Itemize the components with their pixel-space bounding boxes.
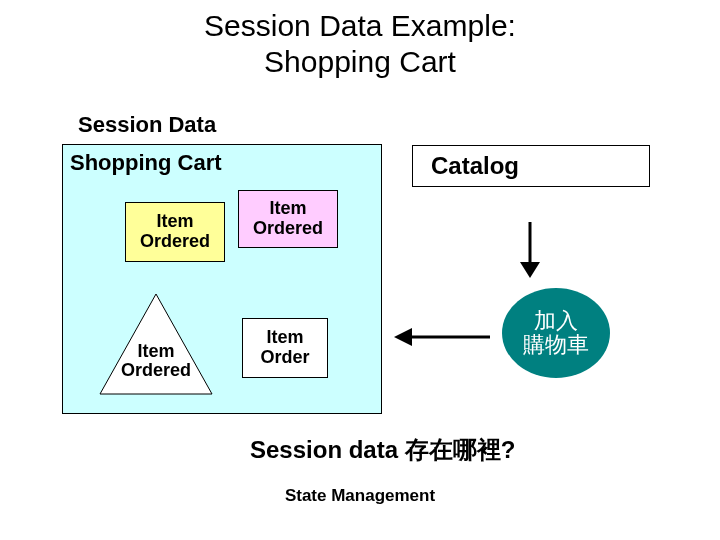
item2-line1: Item [239, 199, 337, 219]
shopping-cart-label: Shopping Cart [70, 150, 222, 176]
item1-line2: Ordered [126, 232, 224, 252]
item4-line1: Item [243, 328, 327, 348]
arrow-left-icon [392, 325, 492, 349]
item4-line2: Order [243, 348, 327, 368]
item-order-box: Item Order [242, 318, 328, 378]
item3-line1: Item [137, 341, 174, 361]
item2-line2: Ordered [239, 219, 337, 239]
title-line2: Shopping Cart [264, 45, 456, 78]
arrow-down-icon [515, 220, 545, 280]
title-line1: Session Data Example: [204, 9, 516, 42]
item3-line2: Ordered [121, 360, 191, 380]
catalog-box: Catalog [412, 145, 650, 187]
item-ordered-triangle: Item Ordered [96, 290, 216, 400]
svg-marker-2 [520, 262, 540, 278]
circle-line1: 加入 [534, 309, 578, 333]
session-data-label: Session Data [78, 112, 216, 138]
item-ordered-box-2: Item Ordered [238, 190, 338, 248]
circle-line2: 購物車 [523, 333, 589, 357]
item1-line1: Item [126, 212, 224, 232]
question-text: Session data 存在哪裡? [250, 434, 515, 466]
svg-marker-4 [394, 328, 412, 346]
slide-title: Session Data Example: Shopping Cart [0, 0, 720, 80]
catalog-label: Catalog [431, 152, 519, 180]
add-to-cart-circle: 加入 購物車 [502, 288, 610, 378]
item-ordered-box-1: Item Ordered [125, 202, 225, 262]
footer-label: State Management [0, 486, 720, 506]
